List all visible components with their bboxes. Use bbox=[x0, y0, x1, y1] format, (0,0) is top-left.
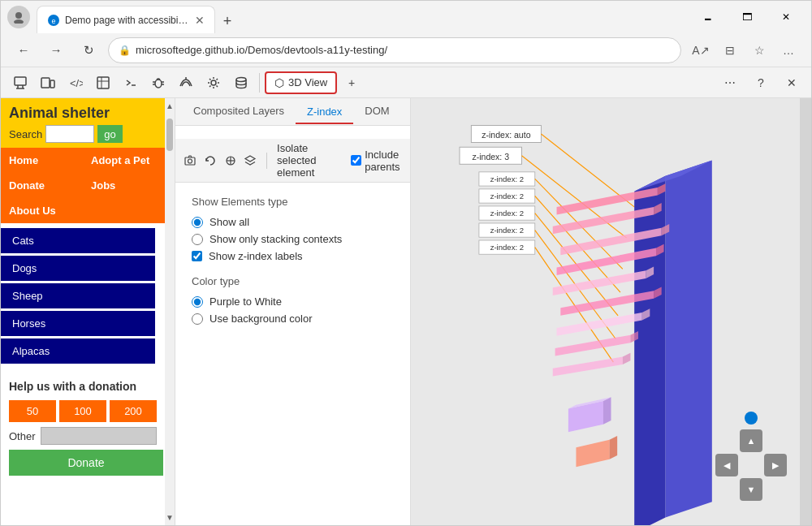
animal-item-horses[interactable]: Horses bbox=[1, 311, 155, 336]
include-parents-checkbox[interactable]: Include parents bbox=[351, 149, 402, 173]
source-code-button[interactable]: </> bbox=[63, 70, 89, 96]
overflow-button[interactable]: ⋯ bbox=[717, 70, 743, 96]
scroll-up-arrow[interactable]: ▲ bbox=[166, 101, 174, 110]
shelter-header: Animal shelter Search go bbox=[1, 98, 165, 148]
nav-empty-br bbox=[764, 478, 787, 501]
nav-right-button[interactable]: ▶ bbox=[764, 454, 787, 476]
radio-bg-color[interactable]: Use background color bbox=[192, 313, 394, 325]
network-icon[interactable] bbox=[173, 70, 199, 96]
3d-view-panel: z-index: auto z-index: 3 z-index: 2 z-in… bbox=[411, 98, 811, 525]
bug-icon[interactable] bbox=[145, 70, 171, 96]
show-elements-section-title: Show Elements type bbox=[192, 196, 394, 208]
3d-view-button[interactable]: ⬡ 3D View bbox=[265, 71, 337, 94]
nav-item-adopt[interactable]: Adopt a Pet bbox=[83, 148, 165, 173]
toolbar-separator bbox=[259, 73, 260, 93]
toolbar2-separator bbox=[266, 153, 267, 169]
maximize-button[interactable]: 🗖 bbox=[728, 4, 766, 30]
nav-item-about[interactable]: About Us bbox=[1, 198, 165, 223]
donate-button[interactable]: Donate bbox=[9, 450, 163, 476]
pan-button[interactable] bbox=[223, 149, 237, 172]
search-bar: Search go bbox=[9, 125, 157, 143]
animal-item-cats[interactable]: Cats bbox=[1, 228, 155, 253]
nav-item-donate[interactable]: Donate bbox=[1, 173, 83, 198]
svg-point-22 bbox=[188, 159, 192, 163]
other-input[interactable] bbox=[41, 427, 157, 445]
svg-marker-48 bbox=[665, 161, 711, 518]
close-button[interactable]: ✕ bbox=[767, 4, 805, 30]
svg-rect-9 bbox=[50, 80, 54, 88]
read-aloud-button[interactable]: A↗ bbox=[688, 37, 714, 63]
scroll-down-arrow[interactable]: ▼ bbox=[166, 513, 174, 522]
elements-panel-button[interactable] bbox=[90, 70, 116, 96]
svg-text:z-index: 2: z-index: 2 bbox=[490, 226, 524, 235]
new-tab-button[interactable]: + bbox=[215, 9, 240, 33]
address-bar: ← → ↻ 🔒 microsoftedge.github.io/Demos/de… bbox=[1, 33, 811, 67]
device-emulation-button[interactable] bbox=[35, 70, 61, 96]
amount-100-button[interactable]: 100 bbox=[59, 400, 106, 422]
title-bar: e Demo page with accessibility issu ✕ + … bbox=[1, 1, 811, 33]
more-actions-button[interactable]: … bbox=[775, 37, 801, 63]
refresh-3d-button[interactable] bbox=[204, 149, 218, 172]
layers-button[interactable] bbox=[244, 149, 257, 172]
console-button[interactable] bbox=[118, 70, 144, 96]
screenshot-button[interactable] bbox=[184, 149, 197, 172]
svg-rect-11 bbox=[97, 77, 109, 88]
other-label: Other bbox=[9, 430, 36, 442]
3d-nav-controls: ▲ ◀ ▶ ▼ bbox=[715, 412, 787, 501]
color-type-section-title: Color type bbox=[192, 275, 394, 287]
amount-200-button[interactable]: 200 bbox=[110, 400, 157, 422]
back-button[interactable]: ← bbox=[11, 37, 37, 63]
nav-down-button[interactable]: ▼ bbox=[740, 478, 762, 501]
search-input[interactable] bbox=[45, 125, 94, 143]
site-content: Animal shelter Search go Home Adopt a Pe… bbox=[1, 98, 175, 484]
go-button[interactable]: go bbox=[97, 125, 122, 143]
split-view-button[interactable]: ⊟ bbox=[717, 37, 743, 63]
checkbox-show-zindex-labels[interactable]: Show z-index labels bbox=[192, 250, 394, 262]
nav-up-button[interactable]: ▲ bbox=[740, 429, 762, 452]
storage-icon[interactable] bbox=[228, 70, 254, 96]
nav-arrows-grid: ▲ ◀ ▶ ▼ bbox=[715, 429, 787, 501]
nav-item-home[interactable]: Home bbox=[1, 148, 83, 173]
close-tab-button[interactable]: ✕ bbox=[195, 14, 205, 27]
3d-panel-scrollbar[interactable] bbox=[800, 98, 811, 525]
donation-section: Help us with a donation 50 100 200 Other… bbox=[1, 371, 165, 484]
svg-text:z-index: 3: z-index: 3 bbox=[472, 152, 509, 162]
active-tab[interactable]: e Demo page with accessibility issu ✕ bbox=[37, 6, 215, 33]
tab-dom[interactable]: DOM bbox=[353, 100, 400, 123]
cube-icon: ⬡ bbox=[274, 76, 284, 89]
svg-rect-8 bbox=[41, 78, 50, 88]
tab-composited-layers[interactable]: Composited Layers bbox=[182, 100, 296, 123]
help-button[interactable]: ? bbox=[748, 70, 774, 96]
animal-item-alpacas[interactable]: Alpacas bbox=[1, 338, 155, 364]
svg-point-0 bbox=[15, 12, 22, 19]
profile-avatar[interactable] bbox=[7, 6, 30, 28]
radio-show-all[interactable]: Show all bbox=[192, 216, 394, 228]
nav-item-jobs[interactable]: Jobs bbox=[83, 173, 165, 198]
animal-list: Cats Dogs Sheep Horses Alpacas bbox=[1, 223, 165, 371]
devtools-tabs: Composited Layers Z-index DOM bbox=[175, 98, 410, 126]
title-bar-controls: 🗕 🗖 ✕ bbox=[689, 4, 805, 30]
nav-left-button[interactable]: ◀ bbox=[715, 454, 738, 476]
website-scrollbar[interactable]: ▲ ▼ bbox=[165, 98, 175, 525]
animal-item-sheep[interactable]: Sheep bbox=[1, 283, 155, 308]
add-panel-button[interactable]: + bbox=[339, 70, 365, 96]
amount-50-button[interactable]: 50 bbox=[9, 400, 56, 422]
minimize-button[interactable]: 🗕 bbox=[689, 4, 727, 30]
forward-button[interactable]: → bbox=[43, 37, 69, 63]
radio-purple-white[interactable]: Purple to White bbox=[192, 295, 394, 308]
refresh-button[interactable]: ↻ bbox=[76, 37, 102, 63]
url-bar[interactable]: 🔒 microsoftedge.github.io/Demos/devtools… bbox=[108, 37, 681, 63]
show-elements-radio-group: Show all Show only stacking contexts Sho… bbox=[192, 216, 394, 262]
settings-icon[interactable] bbox=[201, 70, 227, 96]
nav-empty-bl bbox=[715, 478, 738, 501]
favorites-button[interactable]: ☆ bbox=[746, 37, 772, 63]
inspect-element-button[interactable] bbox=[7, 70, 33, 96]
tab-z-index[interactable]: Z-index bbox=[296, 101, 353, 124]
svg-point-20 bbox=[236, 77, 246, 81]
radio-show-stacking[interactable]: Show only stacking contexts bbox=[192, 233, 394, 245]
title-bar-left bbox=[7, 6, 30, 28]
close-devtools-button[interactable]: ✕ bbox=[779, 70, 805, 96]
tab-favicon: e bbox=[47, 14, 60, 27]
scroll-thumb[interactable] bbox=[166, 119, 173, 151]
animal-item-dogs[interactable]: Dogs bbox=[1, 256, 155, 281]
